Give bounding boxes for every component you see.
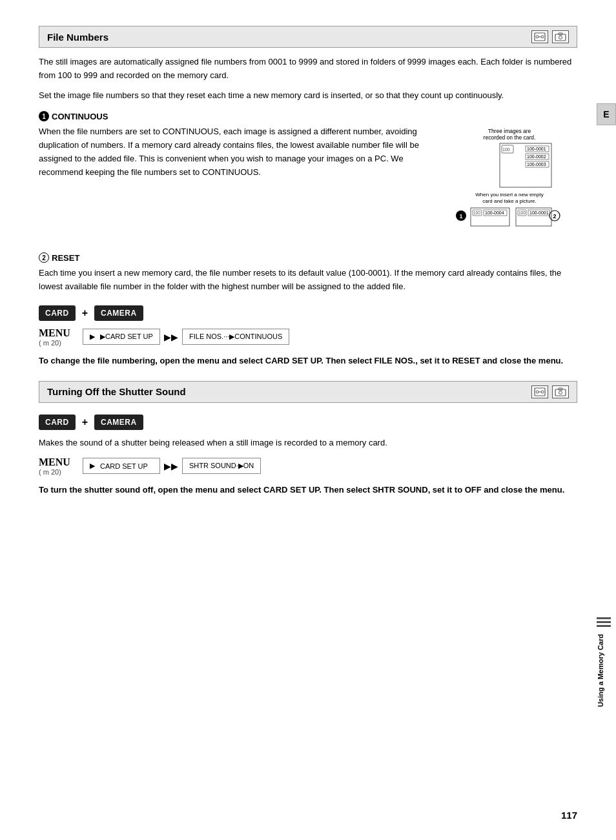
continuous-text: When the file numbers are set to CONTINU…	[39, 125, 429, 185]
svg-point-2	[541, 36, 544, 38]
svg-text:100: 100	[502, 147, 510, 152]
tape-icon	[531, 30, 548, 43]
sidebar-line-1	[597, 617, 611, 619]
card-badge-1: CARD	[39, 305, 76, 321]
e-tab: E	[597, 103, 616, 125]
section-title-file-numbers: File Numbers	[47, 32, 108, 43]
menu-small-arrow-1: ▶	[90, 333, 95, 341]
reset-body: Each time you insert a new memory card, …	[39, 267, 577, 294]
page-number: 117	[561, 810, 577, 821]
file-numbers-diagram: Three images are recorded on the card. 1…	[442, 125, 577, 241]
plus-1: +	[82, 307, 88, 319]
menu-small-arrow-2: ▶	[90, 462, 95, 470]
double-arrow-1: ▶▶	[164, 332, 178, 342]
file-numbers-body2: Set the image file numbers so that they …	[39, 89, 577, 103]
svg-text:When you insert a new empty: When you insert a new empty	[475, 192, 543, 198]
header-icons-2	[531, 385, 569, 398]
svg-point-35	[536, 391, 539, 393]
card-camera-row-1: CARD + CAMERA	[39, 305, 577, 321]
header-icons	[531, 30, 569, 43]
section-header-file-numbers: File Numbers	[39, 26, 577, 48]
svg-text:2: 2	[553, 213, 556, 220]
svg-point-36	[541, 391, 544, 393]
reset-label: RESET	[52, 253, 79, 263]
section-header-shutter: Turning Off the Shutter Sound	[39, 381, 577, 403]
svg-text:100: 100	[518, 210, 526, 215]
svg-text:1: 1	[459, 213, 462, 220]
section-title-shutter: Turning Off the Shutter Sound	[47, 386, 186, 397]
instruction-2: To turn the shutter sound off, open the …	[39, 484, 577, 497]
page-container: E File Numbers	[0, 0, 616, 840]
continuous-diagram: Three images are recorded on the card. 1…	[442, 125, 577, 243]
menu-label-1: MENU	[39, 327, 77, 339]
file-numbers-body1: The still images are automatically assig…	[39, 56, 577, 83]
menu-result-box-2: SHTR SOUND·▶ON	[182, 458, 261, 474]
camera-badge-1: CAMERA	[94, 305, 143, 321]
card-camera-row-2: CARD + CAMERA	[39, 415, 577, 430]
svg-text:100-0001: 100-0001	[529, 210, 549, 215]
svg-text:100-0003: 100-0003	[527, 162, 546, 167]
menu-item1-2: CARD SET UP	[100, 462, 148, 470]
svg-text:Three images are: Three images are	[488, 128, 531, 134]
menu-result-2: SHTR SOUND·▶ON	[189, 462, 254, 470]
menu-sub-2: ( m 20)	[39, 468, 61, 476]
menu-result-1: FILE NOS.···▶CONTINUOUS	[189, 333, 282, 341]
menu-item1-1: ▶CARD SET UP	[100, 333, 153, 341]
menu-arrow-box-1: ▶ ▶CARD SET UP	[83, 329, 160, 345]
menu-sub-1: ( m 20)	[39, 339, 61, 347]
instruction-1: To change the file numbering, open the m…	[39, 354, 577, 368]
menu-label-wrap-2: MENU ( m 20)	[39, 456, 83, 476]
svg-text:100-0004: 100-0004	[485, 210, 504, 215]
svg-text:100: 100	[473, 210, 480, 215]
circle-1: 1	[39, 111, 49, 121]
svg-point-6	[559, 36, 562, 39]
menu-cols-1: MENU ( m 20) ▶ ▶CARD SET UP ▶▶ FILE NOS.…	[39, 327, 577, 347]
menu-result-box-1: FILE NOS.···▶CONTINUOUS	[182, 329, 289, 345]
camera-icon	[552, 30, 569, 43]
circle-2: 2	[39, 252, 49, 263]
reset-title: 2 RESET	[39, 252, 577, 263]
sidebar-line-2	[597, 621, 611, 623]
menu-block-2: MENU ( m 20) ▶ CARD SET UP ▶▶ SHTR SOUND…	[39, 456, 577, 476]
svg-text:100-0001: 100-0001	[527, 147, 546, 151]
camera-badge-2: CAMERA	[94, 415, 143, 430]
menu-label-wrap-1: MENU ( m 20)	[39, 327, 83, 347]
plus-2: +	[82, 416, 88, 428]
menu-cols-2: MENU ( m 20) ▶ CARD SET UP ▶▶ SHTR SOUND…	[39, 456, 577, 476]
svg-point-40	[559, 391, 562, 394]
continuous-content: When the file numbers are set to CONTINU…	[39, 125, 577, 243]
svg-text:100-0002: 100-0002	[527, 154, 546, 159]
menu-block-1: MENU ( m 20) ▶ ▶CARD SET UP ▶▶ FILE NOS.…	[39, 327, 577, 347]
continuous-body: When the file numbers are set to CONTINU…	[39, 125, 429, 179]
svg-text:card and take a picture.: card and take a picture.	[482, 198, 537, 204]
svg-text:recorded on the card.: recorded on the card.	[484, 134, 536, 141]
sidebar-memory-card-label: Using a Memory Card	[597, 634, 611, 707]
continuous-label: CONTINUOUS	[52, 112, 108, 121]
camera-icon-2	[552, 385, 569, 398]
card-badge-2: CARD	[39, 415, 76, 430]
sidebar-lines: Using a Memory Card	[594, 613, 613, 711]
sidebar-line-3	[597, 625, 611, 627]
menu-label-2: MENU	[39, 456, 77, 468]
menu-arrow-box-2: ▶ CARD SET UP	[83, 458, 160, 474]
tape-icon-2	[531, 385, 548, 398]
continuous-title: 1 CONTINUOUS	[39, 111, 577, 121]
section-shutter-sound: Turning Off the Shutter Sound	[39, 381, 577, 497]
shutter-body: Makes the sound of a shutter being relea…	[39, 436, 577, 450]
svg-point-1	[536, 36, 539, 38]
double-arrow-2: ▶▶	[164, 461, 178, 471]
section-file-numbers: File Numbers	[39, 26, 577, 368]
